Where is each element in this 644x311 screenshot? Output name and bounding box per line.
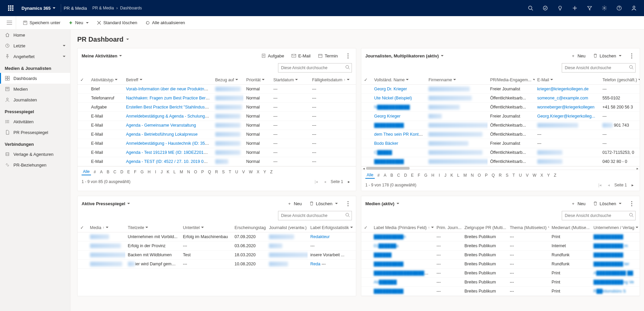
search-icon[interactable] [523,0,538,16]
alpha-filter[interactable]: Y [262,169,268,175]
cell-subject[interactable]: Erstellen Best Practice Bericht "Stahlin… [123,103,213,112]
table-row[interactable]: ██████ Unternehmen mit Vorbild... Erfolg… [78,232,356,241]
column-header[interactable]: Titelzeile [125,223,180,232]
sidebar-item-pr-beziehungen[interactable]: PR-Beziehungen [0,160,70,170]
cell-label[interactable]: Ab██████ [371,278,434,287]
alpha-filter[interactable]: X [256,169,261,175]
cell-ref[interactable]: M███████ [213,85,243,94]
cell-ref[interactable]: ████████ [213,148,243,157]
column-header[interactable]: Thema (Multiselect) [507,223,549,232]
column-header[interactable]: Media ↑ [87,223,125,232]
cell-label[interactable]: ██████████████████ung [371,269,434,278]
cell-subject[interactable]: Agenda - Betriebsführung Lokalpresse [123,130,213,139]
search-input[interactable] [278,211,352,220]
alpha-filter[interactable]: P [484,172,489,178]
horizontal-scrollbar[interactable]: ◂▸ [361,166,640,170]
app-launcher-icon[interactable] [3,0,19,16]
lightbulb-icon[interactable] [553,0,567,16]
cell-label[interactable]: ██████ [371,251,434,260]
column-header[interactable]: Fälligkeitsdatum ↑ [309,75,356,85]
alpha-filter[interactable]: C [112,169,118,175]
more-actions-button[interactable] [628,52,636,60]
new-record-button[interactable]: +Neu [568,200,588,208]
table-row[interactable]: N███████████ ██████████ Öffentlichkeitsa… [361,103,640,112]
sidebar-item-verlage-&-agenturen[interactable]: Verlage & Agenturen [0,149,70,160]
alpha-filter[interactable]: Q [206,169,212,175]
cell-firm[interactable]: ████ture ████ ██!) [426,94,488,103]
table-row[interactable]: E-Mail Agenda - Betriebsführung Lokalpre… [78,130,356,139]
cell-ref[interactable]: ████ [213,157,243,166]
alpha-filter[interactable]: I [153,169,158,175]
sidebar-item-journalisten[interactable]: Journalisten [0,94,70,105]
column-header[interactable]: Firmenname [426,75,488,85]
cell-name[interactable]: dem Theo sein PR Kontakt [371,130,426,139]
column-header[interactable]: PR/Media-Engagem... [488,75,535,85]
column-header[interactable]: Erscheinungstag [232,223,267,232]
cell-subject[interactable]: Nachhaken: Fragen zum Best Practice Beri… [123,94,213,103]
cell-firm[interactable]: ██████████ ter [591,260,640,269]
search-input[interactable] [562,211,636,220]
check-icon[interactable]: ✓ [80,78,84,82]
alpha-filter[interactable]: J [159,169,164,175]
alpha-filter[interactable]: Z [553,172,558,178]
cell-name[interactable]: Ute Nickel (Beispiel) [371,94,426,103]
alpha-filter[interactable]: U [518,172,523,178]
cell-ref[interactable]: ████████ [213,130,243,139]
chevron-down-icon[interactable] [397,203,399,206]
column-header[interactable]: Aktivitätstyp [88,75,123,85]
table-row[interactable]: ██████████ Erfolg in der Provinz --- 03.… [78,241,356,251]
cell-ref[interactable]: ████████ [213,112,243,121]
refresh-all-button[interactable]: Alle aktualisieren [141,16,189,30]
table-row[interactable]: ██████████ --- Breites Publikum --- Prin… [361,287,640,296]
alpha-filter[interactable]: U [234,169,240,175]
alpha-filter[interactable]: M [462,172,468,178]
alpha-filter[interactable]: # [376,172,381,178]
more-actions-button[interactable] [628,199,636,208]
cell-journalist[interactable]: ████ [266,241,308,251]
column-header[interactable]: Label Media (Primäres Feld) ↑ [371,223,434,232]
cell-firm[interactable]: ████ites ██████rnsehen [426,148,488,157]
cell-media[interactable]: r██████████ [87,260,125,269]
check-icon[interactable]: ✓ [364,78,368,82]
table-row[interactable]: E-Mail Agenda - TEST (ID: 4522 / 27. 10.… [78,157,356,166]
sidebar-item-medien[interactable]: Medien [0,84,70,94]
cell-firm[interactable]: ████████████ GmbH & Co. KG [426,157,488,166]
cell-email[interactable]: --- [535,130,600,139]
cell-firm[interactable]: ██████████ [591,232,640,241]
table-row[interactable]: E-Mail Anmeldebestätigung - Haustechnik … [78,139,356,148]
alpha-filter[interactable]: T [227,169,232,175]
new-task-button[interactable]: Aufgabe [259,52,287,60]
alpha-filter[interactable]: P [200,169,205,175]
table-row[interactable]: Bodo Bäcker █████████████ Freier Journal… [361,139,640,148]
cell-firm[interactable]: ██████████ [426,103,488,112]
product-switcher[interactable]: Dynamics 365 [19,6,58,11]
cell-label[interactable]: ██████████ [371,260,434,269]
alpha-filter[interactable]: B [105,169,111,175]
breadcrumb-item[interactable]: PR & Media [92,6,114,10]
table-row[interactable]: Ab██████ --- Breites Publikum --- Print … [361,278,640,287]
column-header[interactable]: Bezug auf [213,75,243,85]
new-email-button[interactable]: E-Mail [289,52,313,60]
cell-ref[interactable]: ██ Schneller. [213,103,243,112]
alpha-filter[interactable]: G [139,169,145,175]
prev-page-button[interactable]: ◂ [606,182,612,188]
cell-ref[interactable]: ████████ [213,121,243,130]
cell-firm[interactable]: ██SO ██SITA██ET GmbH [426,130,488,139]
cell-firm[interactable]: ██████████ g. ████████ [426,121,488,130]
table-row[interactable]: Georg Krieger ████ Freier Journalist Geo… [361,112,640,121]
cell-name[interactable]: Georg Dr. Krieger [371,85,426,94]
check-icon[interactable]: ✓ [364,225,368,230]
delete-default-button[interactable]: Standard löschen [93,16,141,30]
alpha-filter[interactable]: F [416,172,421,178]
table-row[interactable]: ██████████ ████████████ GmbH & Co. KG Öf… [361,157,640,166]
cell-firm[interactable]: ████████████ H [426,85,488,94]
alpha-filter[interactable]: H [146,169,152,175]
alpha-filter[interactable]: A [99,169,104,175]
alpha-filter[interactable]: L [172,169,177,175]
cell-email[interactable]: someone_c@example.com [535,94,600,103]
cell-firm[interactable]: ██████████ng Ve [591,278,640,287]
alpha-filter[interactable]: L [456,172,461,178]
table-row[interactable]: ██████████ ██████████ g. ████████ Öffent… [361,121,640,130]
alpha-filter[interactable]: E [410,172,415,178]
alpha-filter[interactable]: E [126,169,131,175]
